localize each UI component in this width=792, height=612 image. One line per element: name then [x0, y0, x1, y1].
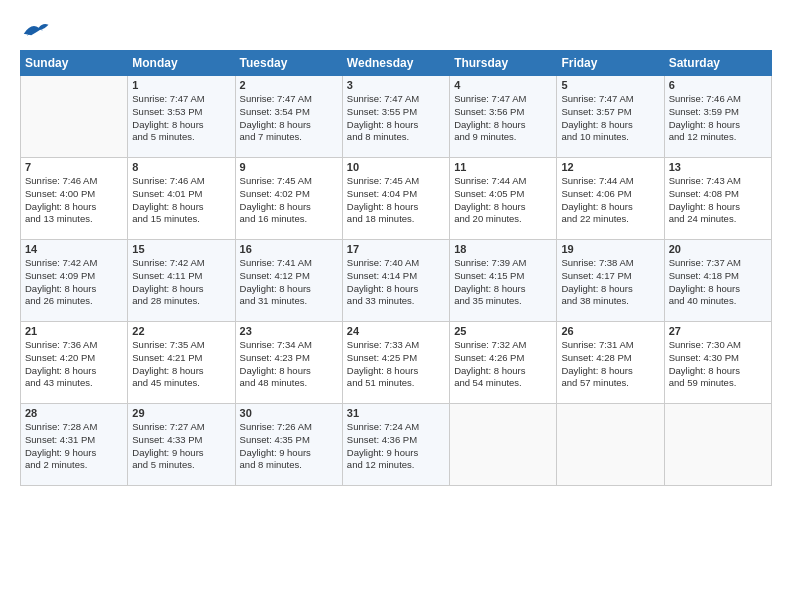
day-info: Sunrise: 7:39 AMSunset: 4:15 PMDaylight:…: [454, 257, 552, 308]
day-number: 28: [25, 407, 123, 419]
calendar-week-row: 7Sunrise: 7:46 AMSunset: 4:00 PMDaylight…: [21, 158, 772, 240]
calendar-cell: 1Sunrise: 7:47 AMSunset: 3:53 PMDaylight…: [128, 76, 235, 158]
calendar-cell: 19Sunrise: 7:38 AMSunset: 4:17 PMDayligh…: [557, 240, 664, 322]
calendar-cell: 24Sunrise: 7:33 AMSunset: 4:25 PMDayligh…: [342, 322, 449, 404]
day-number: 15: [132, 243, 230, 255]
day-info: Sunrise: 7:47 AMSunset: 3:56 PMDaylight:…: [454, 93, 552, 144]
day-info: Sunrise: 7:34 AMSunset: 4:23 PMDaylight:…: [240, 339, 338, 390]
header-day-tuesday: Tuesday: [235, 51, 342, 76]
day-number: 14: [25, 243, 123, 255]
day-info: Sunrise: 7:37 AMSunset: 4:18 PMDaylight:…: [669, 257, 767, 308]
day-number: 25: [454, 325, 552, 337]
day-info: Sunrise: 7:44 AMSunset: 4:06 PMDaylight:…: [561, 175, 659, 226]
day-info: Sunrise: 7:26 AMSunset: 4:35 PMDaylight:…: [240, 421, 338, 472]
day-number: 5: [561, 79, 659, 91]
day-info: Sunrise: 7:32 AMSunset: 4:26 PMDaylight:…: [454, 339, 552, 390]
day-number: 21: [25, 325, 123, 337]
logo: [20, 18, 54, 42]
logo-bird-icon: [20, 18, 50, 42]
day-number: 17: [347, 243, 445, 255]
day-info: Sunrise: 7:41 AMSunset: 4:12 PMDaylight:…: [240, 257, 338, 308]
day-number: 2: [240, 79, 338, 91]
calendar-week-row: 14Sunrise: 7:42 AMSunset: 4:09 PMDayligh…: [21, 240, 772, 322]
day-number: 16: [240, 243, 338, 255]
day-info: Sunrise: 7:30 AMSunset: 4:30 PMDaylight:…: [669, 339, 767, 390]
day-number: 23: [240, 325, 338, 337]
day-info: Sunrise: 7:46 AMSunset: 4:00 PMDaylight:…: [25, 175, 123, 226]
day-info: Sunrise: 7:42 AMSunset: 4:09 PMDaylight:…: [25, 257, 123, 308]
calendar-cell: [450, 404, 557, 486]
calendar-cell: 14Sunrise: 7:42 AMSunset: 4:09 PMDayligh…: [21, 240, 128, 322]
day-number: 12: [561, 161, 659, 173]
day-info: Sunrise: 7:43 AMSunset: 4:08 PMDaylight:…: [669, 175, 767, 226]
day-number: 29: [132, 407, 230, 419]
calendar-cell: 10Sunrise: 7:45 AMSunset: 4:04 PMDayligh…: [342, 158, 449, 240]
calendar-cell: 8Sunrise: 7:46 AMSunset: 4:01 PMDaylight…: [128, 158, 235, 240]
day-info: Sunrise: 7:45 AMSunset: 4:02 PMDaylight:…: [240, 175, 338, 226]
day-info: Sunrise: 7:46 AMSunset: 3:59 PMDaylight:…: [669, 93, 767, 144]
day-number: 7: [25, 161, 123, 173]
day-number: 30: [240, 407, 338, 419]
calendar-cell: 30Sunrise: 7:26 AMSunset: 4:35 PMDayligh…: [235, 404, 342, 486]
day-info: Sunrise: 7:47 AMSunset: 3:57 PMDaylight:…: [561, 93, 659, 144]
calendar-week-row: 21Sunrise: 7:36 AMSunset: 4:20 PMDayligh…: [21, 322, 772, 404]
calendar-table: SundayMondayTuesdayWednesdayThursdayFrid…: [20, 50, 772, 486]
day-number: 20: [669, 243, 767, 255]
day-number: 6: [669, 79, 767, 91]
day-number: 11: [454, 161, 552, 173]
day-number: 18: [454, 243, 552, 255]
calendar-cell: [557, 404, 664, 486]
day-number: 10: [347, 161, 445, 173]
calendar-cell: 31Sunrise: 7:24 AMSunset: 4:36 PMDayligh…: [342, 404, 449, 486]
calendar-cell: 20Sunrise: 7:37 AMSunset: 4:18 PMDayligh…: [664, 240, 771, 322]
calendar-header-row: SundayMondayTuesdayWednesdayThursdayFrid…: [21, 51, 772, 76]
calendar-cell: 16Sunrise: 7:41 AMSunset: 4:12 PMDayligh…: [235, 240, 342, 322]
calendar-cell: 3Sunrise: 7:47 AMSunset: 3:55 PMDaylight…: [342, 76, 449, 158]
header-day-sunday: Sunday: [21, 51, 128, 76]
calendar-cell: 23Sunrise: 7:34 AMSunset: 4:23 PMDayligh…: [235, 322, 342, 404]
header-day-monday: Monday: [128, 51, 235, 76]
calendar-cell: 7Sunrise: 7:46 AMSunset: 4:00 PMDaylight…: [21, 158, 128, 240]
day-info: Sunrise: 7:47 AMSunset: 3:53 PMDaylight:…: [132, 93, 230, 144]
calendar-cell: [664, 404, 771, 486]
header-day-friday: Friday: [557, 51, 664, 76]
calendar-cell: 27Sunrise: 7:30 AMSunset: 4:30 PMDayligh…: [664, 322, 771, 404]
calendar-cell: 11Sunrise: 7:44 AMSunset: 4:05 PMDayligh…: [450, 158, 557, 240]
calendar-cell: 4Sunrise: 7:47 AMSunset: 3:56 PMDaylight…: [450, 76, 557, 158]
calendar-cell: 15Sunrise: 7:42 AMSunset: 4:11 PMDayligh…: [128, 240, 235, 322]
day-info: Sunrise: 7:24 AMSunset: 4:36 PMDaylight:…: [347, 421, 445, 472]
calendar-cell: 25Sunrise: 7:32 AMSunset: 4:26 PMDayligh…: [450, 322, 557, 404]
calendar-cell: 2Sunrise: 7:47 AMSunset: 3:54 PMDaylight…: [235, 76, 342, 158]
calendar-cell: 12Sunrise: 7:44 AMSunset: 4:06 PMDayligh…: [557, 158, 664, 240]
day-info: Sunrise: 7:38 AMSunset: 4:17 PMDaylight:…: [561, 257, 659, 308]
header-day-saturday: Saturday: [664, 51, 771, 76]
day-number: 22: [132, 325, 230, 337]
day-info: Sunrise: 7:46 AMSunset: 4:01 PMDaylight:…: [132, 175, 230, 226]
calendar-cell: 17Sunrise: 7:40 AMSunset: 4:14 PMDayligh…: [342, 240, 449, 322]
header-day-wednesday: Wednesday: [342, 51, 449, 76]
calendar-cell: 5Sunrise: 7:47 AMSunset: 3:57 PMDaylight…: [557, 76, 664, 158]
day-info: Sunrise: 7:36 AMSunset: 4:20 PMDaylight:…: [25, 339, 123, 390]
day-number: 1: [132, 79, 230, 91]
day-number: 24: [347, 325, 445, 337]
day-info: Sunrise: 7:44 AMSunset: 4:05 PMDaylight:…: [454, 175, 552, 226]
calendar-cell: 13Sunrise: 7:43 AMSunset: 4:08 PMDayligh…: [664, 158, 771, 240]
day-info: Sunrise: 7:45 AMSunset: 4:04 PMDaylight:…: [347, 175, 445, 226]
day-info: Sunrise: 7:27 AMSunset: 4:33 PMDaylight:…: [132, 421, 230, 472]
calendar-cell: 26Sunrise: 7:31 AMSunset: 4:28 PMDayligh…: [557, 322, 664, 404]
day-info: Sunrise: 7:31 AMSunset: 4:28 PMDaylight:…: [561, 339, 659, 390]
calendar-week-row: 28Sunrise: 7:28 AMSunset: 4:31 PMDayligh…: [21, 404, 772, 486]
day-number: 26: [561, 325, 659, 337]
day-number: 31: [347, 407, 445, 419]
calendar-cell: [21, 76, 128, 158]
day-info: Sunrise: 7:33 AMSunset: 4:25 PMDaylight:…: [347, 339, 445, 390]
day-info: Sunrise: 7:28 AMSunset: 4:31 PMDaylight:…: [25, 421, 123, 472]
day-number: 19: [561, 243, 659, 255]
day-number: 4: [454, 79, 552, 91]
day-number: 8: [132, 161, 230, 173]
day-number: 3: [347, 79, 445, 91]
calendar-cell: 22Sunrise: 7:35 AMSunset: 4:21 PMDayligh…: [128, 322, 235, 404]
calendar-cell: 28Sunrise: 7:28 AMSunset: 4:31 PMDayligh…: [21, 404, 128, 486]
calendar-cell: 6Sunrise: 7:46 AMSunset: 3:59 PMDaylight…: [664, 76, 771, 158]
day-info: Sunrise: 7:47 AMSunset: 3:54 PMDaylight:…: [240, 93, 338, 144]
